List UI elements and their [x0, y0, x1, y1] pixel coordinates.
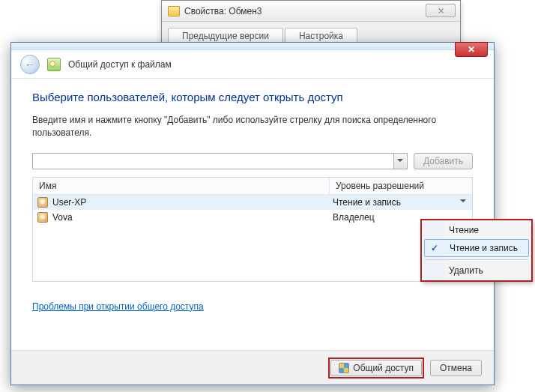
user-name-cell: User-XP: [33, 197, 330, 208]
user-icon: [37, 212, 48, 223]
permission-cell[interactable]: Чтение и запись: [330, 196, 472, 208]
close-icon: ⤬: [438, 6, 444, 16]
permission-value: Владелец: [333, 212, 375, 223]
properties-title: Свойства: Обмен3: [184, 6, 262, 16]
user-name: Vova: [52, 212, 73, 223]
user-name-cell: Vova: [33, 212, 330, 223]
users-list: Имя Уровень разрешений User-XP Чтение и …: [32, 177, 473, 282]
back-button[interactable]: ←: [20, 55, 40, 74]
perm-option-label: Чтение и запись: [450, 243, 518, 253]
user-row[interactable]: User-XP Чтение и запись: [33, 195, 472, 210]
add-user-row: Добавить: [32, 153, 473, 169]
user-combobox[interactable]: [32, 153, 408, 169]
cancel-button[interactable]: Отмена: [430, 360, 482, 376]
file-sharing-icon: [47, 58, 61, 71]
chevron-down-icon[interactable]: [460, 196, 466, 208]
users-list-header: Имя Уровень разрешений: [33, 178, 472, 195]
close-icon: ✕: [468, 44, 475, 55]
share-button[interactable]: Общий доступ: [330, 360, 422, 376]
properties-close-button[interactable]: ⤬: [426, 4, 456, 17]
perm-option-label: Чтение: [449, 225, 479, 235]
dialog-header: ← Общий доступ к файлам: [11, 50, 494, 79]
perm-option-label: Удалить: [449, 265, 483, 276]
close-button[interactable]: ✕: [455, 42, 488, 57]
permission-menu: Чтение ✓ Чтение и запись Удалить: [421, 220, 532, 281]
column-permissions[interactable]: Уровень разрешений: [330, 178, 472, 194]
instruction-text: Введите имя и нажмите кнопку "Добавить" …: [32, 114, 473, 139]
file-sharing-dialog: ✕ ← Общий доступ к файлам Выберите польз…: [10, 42, 495, 385]
share-button-highlight: Общий доступ: [328, 358, 424, 379]
dialog-title: Общий доступ к файлам: [68, 59, 172, 70]
menu-separator: [425, 259, 528, 260]
check-icon: ✓: [431, 243, 438, 253]
permission-value: Чтение и запись: [333, 197, 401, 208]
user-name: User-XP: [52, 197, 86, 208]
user-icon: [37, 197, 48, 208]
properties-titlebar[interactable]: Свойства: Обмен3 ⤬: [162, 1, 460, 22]
dialog-content: Выберите пользователей, которым следует …: [11, 79, 494, 319]
troubleshoot-link[interactable]: Проблемы при открытии общего доступа: [32, 301, 204, 312]
perm-option-read[interactable]: Чтение: [423, 222, 530, 238]
back-arrow-icon: ←: [25, 58, 35, 70]
chevron-down-icon[interactable]: [393, 154, 407, 169]
perm-option-read-write[interactable]: ✓ Чтение и запись: [424, 239, 529, 257]
folder-icon: [168, 6, 180, 16]
tab-previous-versions[interactable]: Предыдущие версии: [168, 28, 283, 43]
column-name[interactable]: Имя: [33, 178, 330, 194]
shield-icon: [339, 363, 349, 373]
dialog-chrome: ✕: [11, 43, 494, 50]
properties-tabs: Предыдущие версии Настройка: [162, 22, 460, 43]
tab-customize[interactable]: Настройка: [285, 28, 357, 43]
main-heading: Выберите пользователей, которым следует …: [32, 91, 473, 103]
user-row[interactable]: Vova Владелец: [33, 210, 472, 225]
perm-option-remove[interactable]: Удалить: [423, 262, 530, 279]
dialog-footer: Общий доступ Отмена: [11, 350, 494, 385]
share-button-label: Общий доступ: [353, 363, 414, 373]
add-button[interactable]: Добавить: [414, 153, 473, 169]
